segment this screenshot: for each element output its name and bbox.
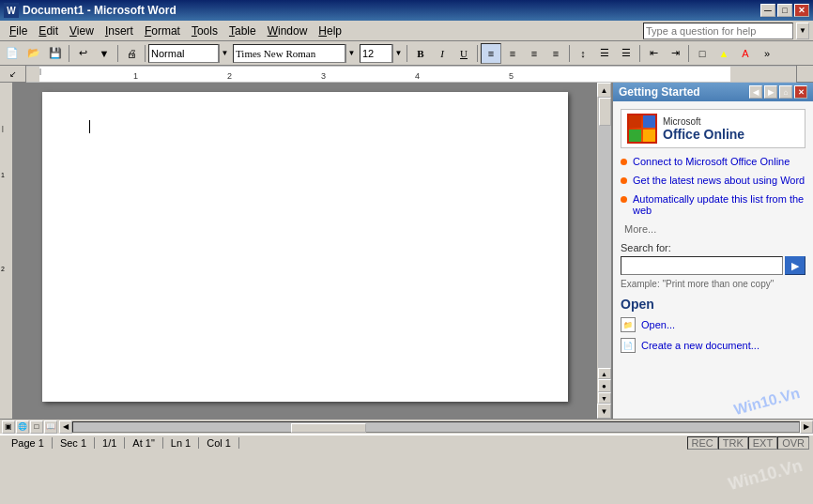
panel-link-2[interactable]: Get the latest news about using Word	[621, 175, 805, 186]
increase-indent-button[interactable]: ⇥	[665, 43, 685, 64]
print-button[interactable]: 🖨	[121, 43, 142, 64]
panel-new-link[interactable]: 📄 Create a new document...	[621, 338, 805, 353]
bold-button[interactable]: B	[410, 43, 431, 64]
svg-rect-2	[629, 130, 641, 142]
new-button[interactable]: 📄	[2, 43, 23, 64]
menu-edit[interactable]: Edit	[33, 23, 64, 39]
toolbar-sep-4	[406, 45, 407, 62]
status-ext: EXT	[748, 436, 777, 450]
toolbar-sep-3	[145, 45, 146, 62]
undo-dropdown[interactable]: ▼	[94, 43, 115, 64]
print-view-button[interactable]: □	[30, 420, 43, 434]
panel-header-buttons: ◀ ▶ ⌂ ✕	[749, 85, 807, 99]
next-page-button[interactable]: ▼	[598, 392, 611, 404]
size-dropdown-container[interactable]: 12 ▼	[360, 44, 404, 63]
help-search-dropdown[interactable]: ▼	[796, 23, 809, 39]
status-page-count: 1/1	[95, 437, 125, 449]
style-dropdown-container[interactable]: Normal ▼	[148, 44, 230, 63]
scroll-down-button[interactable]: ▼	[597, 404, 611, 419]
svg-rect-0	[629, 115, 641, 128]
prev-page-button[interactable]: ▲	[598, 368, 611, 379]
panel-forward-button[interactable]: ▶	[764, 85, 777, 99]
panel-close-button[interactable]: ✕	[794, 85, 807, 99]
scroll-thumb[interactable]	[599, 98, 611, 126]
highlight-button[interactable]: ▲	[713, 43, 734, 64]
bullet-icon-3	[621, 196, 627, 203]
toolbar-sep-7	[639, 45, 640, 62]
document-page[interactable]	[42, 92, 568, 402]
cursor	[89, 120, 521, 133]
menu-help[interactable]: Help	[313, 23, 347, 39]
status-bar: Page 1 Sec 1 1/1 At 1" Ln 1 Col 1 REC TR…	[0, 434, 813, 451]
status-ln: Ln 1	[163, 437, 199, 449]
ruler-scroll-button[interactable]	[796, 66, 813, 82]
bullet-list-button[interactable]: ☰	[594, 43, 615, 64]
align-right-button[interactable]: ≡	[524, 43, 545, 64]
scroll-up-button[interactable]: ▲	[597, 83, 611, 98]
underline-button[interactable]: U	[453, 43, 474, 64]
minimize-button[interactable]: ─	[760, 4, 775, 17]
style-dropdown-arrow[interactable]: ▼	[219, 44, 230, 63]
vertical-ruler: | 1 2	[0, 83, 13, 419]
align-left-button[interactable]: ≡	[481, 43, 501, 64]
document-area	[13, 83, 596, 419]
office-online-logo: Microsoft Office Online	[621, 109, 805, 148]
hscroll-thumb[interactable]	[291, 423, 366, 433]
font-dropdown-arrow[interactable]: ▼	[345, 44, 357, 63]
panel-search-row: ▶	[621, 256, 805, 275]
ruler-mark-2: 2	[227, 71, 232, 81]
panel-link-1[interactable]: Connect to Microsoft Office Online	[621, 156, 805, 167]
panel-search-input[interactable]	[621, 256, 783, 275]
menu-table[interactable]: Table	[223, 23, 262, 39]
menu-window[interactable]: Window	[262, 23, 314, 39]
browse-buttons: ▲ ● ▼	[598, 368, 611, 404]
main-area: | 1 2 ▲ ▲ ● ▼ ▼ Getting Started ◀	[0, 83, 813, 419]
menu-view[interactable]: View	[64, 23, 100, 39]
size-dropdown[interactable]: 12	[360, 44, 392, 63]
panel-more-link[interactable]: More...	[621, 223, 805, 235]
open-button[interactable]: 📂	[23, 43, 44, 64]
select-browse-button[interactable]: ●	[598, 379, 611, 392]
style-dropdown[interactable]: Normal	[148, 44, 219, 63]
undo-button[interactable]: ↩	[72, 43, 93, 64]
panel-search-button[interactable]: ▶	[785, 256, 805, 275]
more-toolbar[interactable]: »	[757, 43, 777, 64]
ruler-mark: |	[39, 67, 41, 75]
close-button[interactable]: ✕	[794, 4, 809, 17]
help-search-input[interactable]	[643, 23, 793, 39]
getting-started-panel: Getting Started ◀ ▶ ⌂ ✕	[611, 83, 813, 419]
align-justify-button[interactable]: ≡	[545, 43, 566, 64]
font-dropdown-container[interactable]: Times New Roman ▼	[233, 44, 357, 63]
save-button[interactable]: 💾	[45, 43, 66, 64]
font-dropdown[interactable]: Times New Roman	[233, 44, 345, 63]
hscroll-right-button[interactable]: ▶	[800, 420, 813, 434]
ruler-margin-left	[26, 67, 39, 83]
border-button[interactable]: □	[692, 43, 713, 64]
menu-tools[interactable]: Tools	[186, 23, 223, 39]
panel-body: Microsoft Office Online Connect to Micro…	[613, 101, 813, 419]
hscroll-left-button[interactable]: ◀	[59, 420, 72, 434]
menu-format[interactable]: Format	[139, 23, 186, 39]
decrease-indent-button[interactable]: ⇤	[643, 43, 664, 64]
italic-button[interactable]: I	[432, 43, 453, 64]
size-dropdown-arrow[interactable]: ▼	[392, 44, 404, 63]
font-color-button[interactable]: A	[735, 43, 756, 64]
menu-bar: File Edit View Insert Format Tools Table…	[0, 21, 813, 41]
panel-link-3[interactable]: Automatically update this list from the …	[621, 193, 805, 216]
web-view-button[interactable]: 🌐	[16, 420, 29, 434]
menu-insert[interactable]: Insert	[100, 23, 139, 39]
watermark-overlay: Win10.Vn	[727, 456, 805, 495]
panel-home-button[interactable]: ⌂	[779, 85, 792, 99]
line-spacing-button[interactable]: ↕	[573, 43, 593, 64]
panel-open-link[interactable]: 📁 Open...	[621, 317, 805, 332]
ruler-mark-3: 3	[321, 71, 326, 81]
ruler-margin-right	[730, 67, 796, 83]
reading-view-button[interactable]: 📖	[44, 420, 57, 434]
status-rec: REC	[687, 436, 718, 450]
ruler-mark-1: 1	[133, 71, 138, 81]
menu-file[interactable]: File	[4, 23, 33, 39]
align-center-button[interactable]: ≡	[502, 43, 523, 64]
panel-back-button[interactable]: ◀	[749, 85, 762, 99]
numbered-list-button[interactable]: ☰	[616, 43, 637, 64]
maximize-button[interactable]: □	[777, 4, 792, 17]
